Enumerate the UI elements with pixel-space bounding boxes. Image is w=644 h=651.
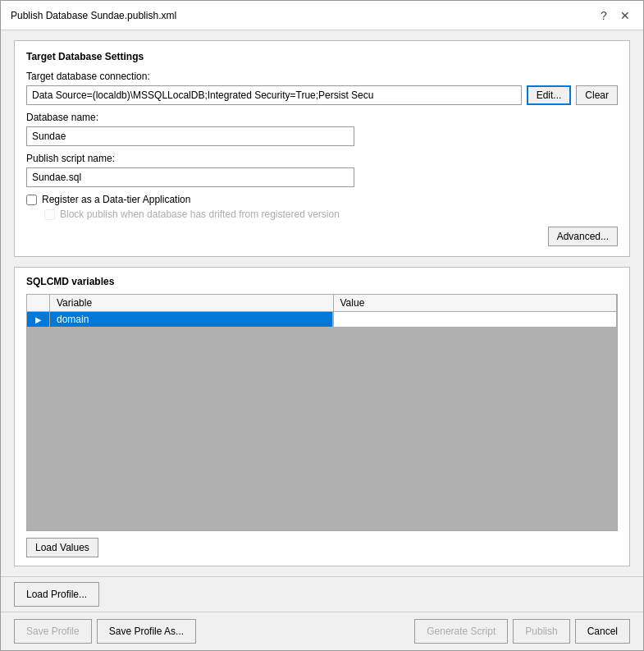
advanced-button[interactable]: Advanced... xyxy=(548,227,618,246)
load-profile-row: Load Profile... xyxy=(1,576,643,612)
load-values-button[interactable]: Load Values xyxy=(26,538,98,557)
target-db-section: Target Database Settings Target database… xyxy=(14,40,630,257)
publish-button[interactable]: Publish xyxy=(513,619,569,644)
db-name-input[interactable] xyxy=(26,126,354,146)
sqlcmd-section: SQLCMD variables Variable Value ▶ domain… xyxy=(14,267,630,566)
script-name-input[interactable] xyxy=(26,167,354,187)
sqlcmd-title: SQLCMD variables xyxy=(26,276,618,287)
generate-script-button[interactable]: Generate Script xyxy=(414,619,508,644)
title-bar: Publish Database Sundae.publish.xml ? ✕ xyxy=(1,1,643,30)
db-name-label: Database name: xyxy=(26,112,618,123)
help-button[interactable]: ? xyxy=(596,7,612,24)
connection-label: Target database connection: xyxy=(26,71,618,82)
row-arrow: ▶ xyxy=(27,312,50,327)
sqlcmd-table: Variable Value ▶ domain xyxy=(26,294,618,531)
connection-row: Edit... Clear xyxy=(26,85,618,105)
footer-bar: Save Profile Save Profile As... Generate… xyxy=(1,612,643,650)
target-section-title: Target Database Settings xyxy=(26,51,618,62)
close-button[interactable]: ✕ xyxy=(617,7,633,24)
register-dac-row: Register as a Data-tier Application xyxy=(26,194,618,205)
bottom-section: Load Profile... Save Profile Save Profil… xyxy=(1,576,643,650)
dialog-body: Target Database Settings Target database… xyxy=(1,30,643,576)
load-profile-button[interactable]: Load Profile... xyxy=(14,582,99,607)
header-arrow-cell xyxy=(27,295,50,311)
register-dac-label: Register as a Data-tier Application xyxy=(42,194,190,205)
row-variable[interactable]: domain xyxy=(50,312,333,327)
block-publish-row: Block publish when database has drifted … xyxy=(44,209,618,220)
edit-button[interactable]: Edit... xyxy=(527,85,572,105)
table-header: Variable Value xyxy=(27,295,617,312)
row-value[interactable] xyxy=(333,312,617,327)
block-publish-checkbox xyxy=(44,209,55,220)
header-value: Value xyxy=(334,295,618,311)
block-publish-label: Block publish when database has drifted … xyxy=(60,209,340,220)
table-body[interactable]: ▶ domain xyxy=(27,312,617,530)
table-row[interactable]: ▶ domain xyxy=(27,312,617,327)
dialog-title: Publish Database Sundae.publish.xml xyxy=(11,10,176,21)
clear-button[interactable]: Clear xyxy=(576,85,618,105)
register-dac-checkbox[interactable] xyxy=(26,195,37,205)
header-variable: Variable xyxy=(50,295,334,311)
title-controls: ? ✕ xyxy=(596,7,633,24)
save-profile-as-button[interactable]: Save Profile As... xyxy=(97,619,196,644)
save-profile-button[interactable]: Save Profile xyxy=(14,619,92,644)
advanced-row: Advanced... xyxy=(26,227,618,246)
connection-input[interactable] xyxy=(26,85,522,105)
publish-dialog: Publish Database Sundae.publish.xml ? ✕ … xyxy=(0,0,644,651)
cancel-button[interactable]: Cancel xyxy=(575,619,630,644)
script-name-label: Publish script name: xyxy=(26,153,618,164)
